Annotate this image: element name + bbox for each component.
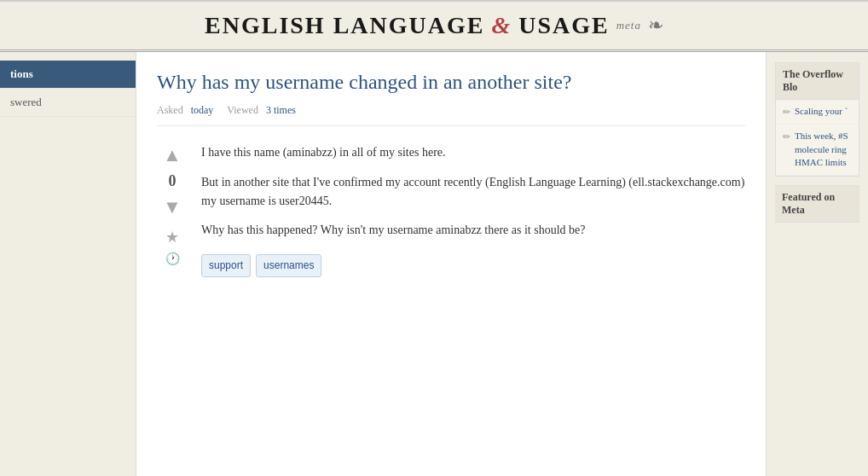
asked-value: today [191,104,214,116]
asked-label: Asked today [157,104,213,117]
overflow-blog-title: The Overflow Blo [776,63,859,100]
blog-item-1-text: Scaling your ` [795,105,848,118]
post-body: I have this name (aminabzz) in all of my… [201,143,745,277]
blog-item-2-text: This week, #S molecule ring HMAC limits [795,130,852,169]
blog-item-2[interactable]: ✏ This week, #S molecule ring HMAC limit… [776,125,859,175]
sidebar-item-unanswered[interactable]: swered [0,89,136,117]
featured-on-meta-title: Featured on Meta [775,185,859,223]
vote-controls: ▲ 0 ▼ ★ 🕐 [157,143,188,277]
logo-ornament: ❧ [648,15,663,37]
viewed-label: Viewed 3 times [227,104,296,117]
pencil-icon-1: ✏ [783,106,790,119]
body-paragraph-1: I have this name (aminabzz) in all of my… [201,143,745,162]
bookmark-button[interactable]: ★ [165,228,179,247]
question-area: ▲ 0 ▼ ★ 🕐 I have this name (aminabzz) in… [157,143,745,277]
blog-item-1[interactable]: ✏ Scaling your ` [776,100,859,125]
history-button[interactable]: 🕐 [165,252,180,266]
site-header: ENGLISH LANGUAGE & USAGE meta ❧ [0,0,868,52]
sidebar-left: tions swered [0,52,136,476]
logo-ampersand: & [491,12,512,39]
question-meta: Asked today Viewed 3 times [157,104,745,126]
logo-text-end: USAGE [518,12,609,39]
logo-meta: meta [616,19,641,32]
logo-text-start: ENGLISH LANGUAGE [205,12,484,39]
viewed-value: 3 times [266,104,296,116]
page-layout: tions swered Why has my username changed… [0,52,868,476]
question-title: Why has my username changed in an anothe… [157,69,745,96]
vote-count: 0 [169,172,176,190]
tag-support[interactable]: support [201,254,251,277]
sidebar-item-questions[interactable]: tions [0,61,136,89]
sidebar-right: The Overflow Blo ✏ Scaling your ` ✏ This… [766,52,868,476]
site-logo[interactable]: ENGLISH LANGUAGE & USAGE meta ❧ [205,12,663,39]
main-content: Why has my username changed in an anothe… [136,52,766,476]
tag-usernames[interactable]: usernames [256,254,321,277]
vote-down-button[interactable]: ▼ [159,195,185,219]
tags-container: support usernames [201,254,745,277]
body-paragraph-2: But in another site that I've confirmed … [201,173,745,212]
body-paragraph-3: Why has this happened? Why isn't my user… [201,221,745,240]
overflow-blog-box: The Overflow Blo ✏ Scaling your ` ✏ This… [775,62,859,177]
vote-up-button[interactable]: ▲ [159,143,185,167]
pencil-icon-2: ✏ [783,131,790,143]
